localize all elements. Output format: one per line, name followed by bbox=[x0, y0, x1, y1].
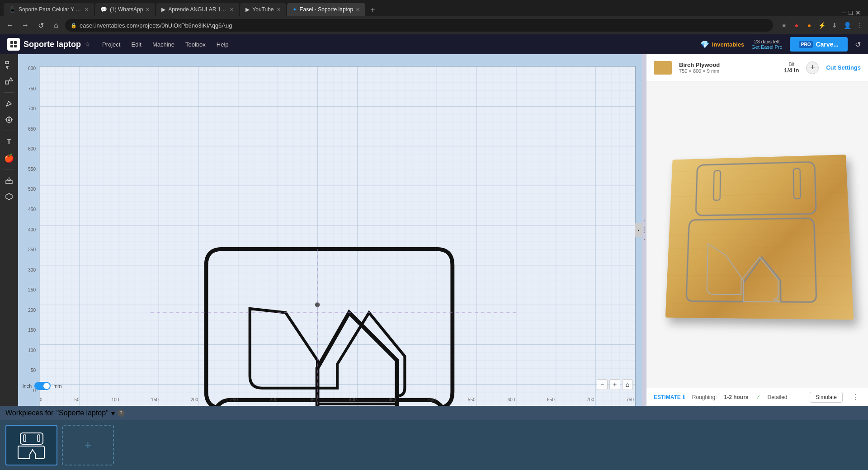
back-button[interactable]: ← bbox=[4, 19, 16, 32]
svg-marker-5 bbox=[6, 66, 8, 69]
material-bar: Birch Plywood 750 × 800 × 9 mm Bit 1/4 i… bbox=[646, 54, 868, 81]
address-bar[interactable]: 🔒 easel.inventables.com/projects/0hUlOkP… bbox=[65, 19, 773, 32]
select-tool-button[interactable] bbox=[2, 58, 16, 72]
forward-button[interactable]: → bbox=[19, 19, 32, 32]
tab-3[interactable]: ▶ Aprende ANGULAR 17 desde c... ✕ bbox=[156, 3, 239, 16]
tab-5[interactable]: ✦ Easel - Soporte laptop ✕ bbox=[287, 3, 366, 16]
reload-button[interactable]: ↺ bbox=[34, 19, 47, 32]
panel-divider[interactable]: ‹ › bbox=[642, 54, 646, 406]
unit-switch[interactable] bbox=[34, 382, 51, 390]
y-label-350: 350 bbox=[28, 247, 38, 252]
unit-mm-label: mm bbox=[53, 383, 61, 389]
unit-toggle[interactable]: inch mm bbox=[23, 382, 62, 390]
pen-tool-button[interactable] bbox=[2, 96, 16, 111]
zoom-out-button[interactable]: − bbox=[597, 379, 608, 390]
refresh-icon[interactable]: ↺ bbox=[855, 40, 861, 49]
download-icon[interactable]: ⬇ bbox=[830, 21, 839, 30]
carve-button[interactable]: PRO Carve... bbox=[790, 37, 848, 52]
workpieces-area: + bbox=[0, 420, 868, 470]
zoom-fit-button[interactable]: ⌂ bbox=[622, 379, 633, 390]
x-label-550: 550 bbox=[468, 397, 477, 402]
svg-marker-7 bbox=[9, 78, 13, 81]
browser-controls: ← → ↺ ⌂ 🔒 easel.inventables.com/projects… bbox=[0, 16, 868, 34]
import-tool-button[interactable] bbox=[2, 173, 16, 188]
x-label-50: 50 bbox=[74, 397, 81, 402]
tab-2-close[interactable]: ✕ bbox=[146, 7, 150, 13]
add-workpiece-button[interactable]: + bbox=[62, 425, 114, 465]
x-label-200: 200 bbox=[191, 397, 200, 402]
window-minimize[interactable]: ─ bbox=[842, 9, 846, 16]
menu-items: Project Edit Machine Toolbox Help bbox=[98, 39, 233, 50]
browser-chrome: 📱 Soporte Para Celular Y Soportes... ✕ 💬… bbox=[0, 0, 868, 34]
tab-1-close[interactable]: ✕ bbox=[85, 7, 89, 13]
tab-4[interactable]: ▶ YouTube ✕ bbox=[240, 3, 286, 16]
add-bit-button[interactable]: + bbox=[806, 61, 819, 74]
target-tool-button[interactable] bbox=[2, 113, 16, 127]
cut-settings-button[interactable]: Cut Settings bbox=[826, 64, 861, 71]
y-label-650: 650 bbox=[28, 127, 38, 132]
bit-value[interactable]: 1/4 in bbox=[784, 67, 799, 74]
design-canvas[interactable] bbox=[39, 66, 636, 406]
carve-label: Carve... bbox=[816, 41, 839, 48]
panel-arrow-right[interactable]: › bbox=[635, 223, 642, 237]
canvas-area[interactable]: 800 750 700 650 600 550 500 450 400 350 … bbox=[18, 54, 642, 406]
extensions-icon[interactable]: ⚡ bbox=[817, 21, 826, 30]
tab-5-favicon: ✦ bbox=[292, 6, 297, 13]
text-tool-button[interactable]: T bbox=[2, 135, 16, 149]
zoom-in-button[interactable]: + bbox=[609, 379, 620, 390]
shape-tool-button[interactable] bbox=[2, 74, 16, 89]
collapse-left-arrow[interactable]: ‹ bbox=[642, 216, 646, 226]
tab-5-close[interactable]: ✕ bbox=[356, 7, 360, 13]
x-label-100: 100 bbox=[112, 397, 121, 402]
workpieces-arrow[interactable]: ▾ bbox=[111, 409, 115, 418]
star-icon[interactable]: ☆ bbox=[85, 41, 90, 48]
y-label-400: 400 bbox=[28, 227, 38, 232]
app: Soporte laptop ☆ Project Edit Machine To… bbox=[0, 34, 868, 470]
toggle-knob bbox=[43, 383, 50, 389]
x-label-0: 0 bbox=[40, 397, 44, 402]
window-close[interactable]: ✕ bbox=[855, 9, 861, 16]
material-swatch bbox=[654, 61, 672, 75]
3d-tool-button[interactable] bbox=[2, 189, 16, 204]
workpieces-project-name[interactable]: "Soporte laptop" bbox=[56, 409, 108, 417]
tab-1[interactable]: 📱 Soporte Para Celular Y Soportes... ✕ bbox=[4, 3, 94, 16]
svg-rect-3 bbox=[14, 45, 17, 47]
window-maximize[interactable]: □ bbox=[849, 9, 853, 16]
days-left[interactable]: 23 days left Get Easel Pro bbox=[751, 39, 782, 50]
tab-2[interactable]: 💬 (1) WhatsApp ✕ bbox=[95, 3, 155, 16]
get-pro-link[interactable]: Get Easel Pro bbox=[751, 44, 782, 50]
bookmark-icon[interactable]: ★ bbox=[779, 21, 788, 30]
tab-4-close[interactable]: ✕ bbox=[277, 7, 281, 13]
tab-3-close[interactable]: ✕ bbox=[230, 7, 234, 13]
detailed-label: Detailed bbox=[768, 394, 788, 400]
tab-4-favicon: ▶ bbox=[245, 6, 250, 13]
profile-icon-red[interactable]: ● bbox=[792, 21, 801, 30]
apps-tool-button[interactable]: 🍎 bbox=[2, 151, 16, 165]
more-status-button[interactable]: ⋮ bbox=[850, 392, 861, 403]
inventables-label: Inventables bbox=[712, 41, 745, 48]
collapse-right-arrow[interactable]: › bbox=[642, 235, 646, 244]
preview-3d bbox=[646, 81, 868, 388]
toolbar-divider-2 bbox=[4, 131, 14, 131]
simulate-button[interactable]: Simulate bbox=[810, 392, 843, 403]
menu-project[interactable]: Project bbox=[98, 39, 125, 50]
y-label-150: 150 bbox=[28, 328, 38, 333]
profile-icon-orange[interactable]: ● bbox=[805, 21, 814, 30]
menu-machine[interactable]: Machine bbox=[148, 39, 179, 50]
workpieces-help[interactable]: ? bbox=[118, 409, 125, 417]
workpiece-thumb-1[interactable] bbox=[5, 425, 57, 465]
tab-2-title: (1) WhatsApp bbox=[110, 6, 143, 13]
material-name[interactable]: Birch Plywood bbox=[679, 61, 720, 68]
more-browser-icon[interactable]: ⋮ bbox=[855, 21, 864, 30]
tab-bar: 📱 Soporte Para Celular Y Soportes... ✕ 💬… bbox=[0, 0, 868, 16]
estimate-label: ESTIMATE ℹ bbox=[654, 394, 685, 400]
estimate-info-icon[interactable]: ℹ bbox=[683, 394, 685, 400]
check-icon: ✓ bbox=[756, 394, 760, 400]
menu-toolbox[interactable]: Toolbox bbox=[181, 39, 210, 50]
menu-edit[interactable]: Edit bbox=[127, 39, 146, 50]
home-button[interactable]: ⌂ bbox=[50, 19, 62, 32]
menu-help[interactable]: Help bbox=[212, 39, 233, 50]
new-tab-button[interactable]: + bbox=[366, 4, 379, 16]
address-text: easel.inventables.com/projects/0hUlOkPb6… bbox=[80, 22, 232, 29]
account-icon[interactable]: 👤 bbox=[843, 21, 852, 30]
